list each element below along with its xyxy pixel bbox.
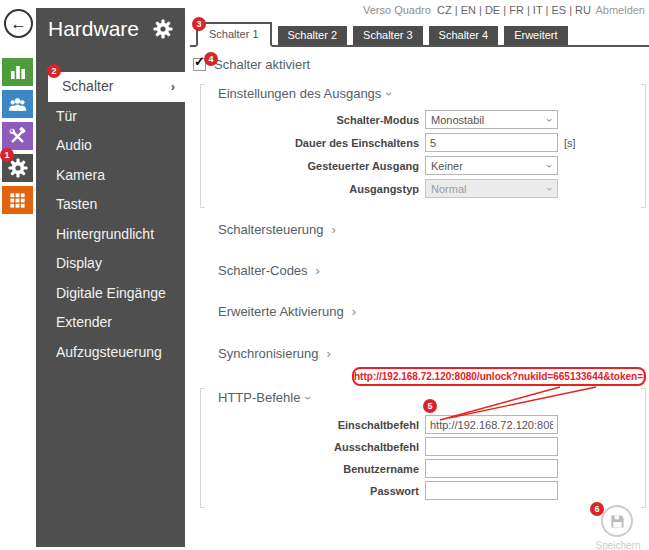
field-label: Passwort [200,485,425,497]
bar-chart-icon [8,62,28,82]
sidebar-item-aufzugsteuerung[interactable]: Aufzugsteuerung [36,338,185,368]
language-link[interactable]: EN [461,4,476,16]
switch-off-command-input[interactable] [425,437,558,456]
section-header-schalter-codes[interactable]: Schalter-Codes› [218,263,320,278]
grid-icon [8,191,27,210]
save-button[interactable] [601,505,633,537]
save-button-label: Speichern [586,540,649,550]
language-links[interactable]: CZ | EN | DE | FR | IT | ES | RU [437,4,591,16]
chevron-down-icon: › [382,92,396,96]
tab-erweitert[interactable]: Erweitert [504,26,567,45]
annotation-badge-4: 4 [204,52,218,66]
sidebar-item-tuer[interactable]: Tür [36,102,185,132]
callout-arrow [430,384,600,424]
tab-schalter-2[interactable]: Schalter 2 [278,26,348,45]
output-type-select: Normal › [425,179,558,198]
chevron-right-icon: › [171,72,175,102]
page-title: Hardware [48,17,153,41]
unit-suffix: [s] [564,137,576,149]
annotation-badge-5: 5 [423,399,437,413]
field-row: Dauer des Einschaltens [s] [200,133,646,152]
sidebar-item-extender[interactable]: Extender [36,308,185,338]
tab-schalter-3[interactable]: Schalter 3 [353,26,423,45]
sidebar-item-schalter[interactable]: Schalter › [48,72,185,102]
chevron-right-icon: › [352,304,356,319]
field-row: Ausgangstyp Normal › [200,179,646,198]
sidebar-item-audio[interactable]: Audio [36,131,185,161]
field-row: Ausschaltbefehl [200,437,646,456]
field-row: Benutzername [200,459,646,478]
nav-tile-statistics[interactable] [2,58,33,86]
field-label: Schalter-Modus [200,114,425,126]
annotation-badge-6: 6 [590,502,604,516]
chevron-down-icon: › [544,187,556,191]
chevron-right-icon: › [316,263,320,278]
field-label: Ausgangstyp [200,183,425,195]
switch-enabled-label: Schalter aktiviert [214,57,310,72]
users-icon [7,94,28,115]
section-header-synchronisierung[interactable]: Synchronisierung› [218,346,331,361]
back-button[interactable]: ← [4,9,33,38]
field-label: Benutzername [200,463,425,475]
save-floppy-icon [610,514,625,529]
field-label: Dauer des Einschaltens [200,137,425,149]
screen: Verso Quadro CZ | EN | DE | FR | IT | ES… [0,0,649,550]
chevron-right-icon: › [332,222,336,237]
language-link[interactable]: RU [575,4,591,16]
sidebar-item-digitale-eingaenge[interactable]: Digitale Eingänge [36,279,185,309]
settings-gear-icon [153,19,173,39]
chevron-down-icon: › [301,396,315,400]
section-header-output-settings[interactable]: Einstellungen des Ausgangs› [218,86,391,101]
field-row: Passwort [200,481,646,500]
section-header-schaltersteuerung[interactable]: Schaltersteuerung› [218,222,336,237]
language-link[interactable]: DE [485,4,500,16]
switch-duration-input[interactable] [425,133,558,152]
field-row: Schalter-Modus Monostabil › [200,110,646,129]
username-input[interactable] [425,459,558,478]
sidebar-item-kamera[interactable]: Kamera [36,161,185,191]
nav-tile-directory[interactable] [2,90,33,118]
language-link[interactable]: IT [533,4,543,16]
field-label: Ausschaltbefehl [200,441,425,453]
logout-link[interactable]: Abmelden [595,4,645,16]
field-label: Einschaltbefehl [200,419,425,431]
nav-tile-system[interactable] [2,186,33,214]
language-link[interactable]: FR [509,4,524,16]
field-label: Gesteuerter Ausgang [200,160,425,172]
annotation-badge-1: 1 [0,148,14,162]
sidebar-menu: Schalter › Tür Audio Kamera Tasten Hinte… [36,72,185,367]
tab-schalter-1[interactable]: Schalter 1 [196,22,272,47]
chevron-right-icon: › [326,346,330,361]
switch-mode-select[interactable]: Monostabil › [425,110,558,129]
section-output-settings: Einstellungen des Ausgangs› Schalter-Mod… [200,84,646,208]
language-link[interactable]: CZ [437,4,452,16]
section-header-erweiterte-aktivierung[interactable]: Erweiterte Aktivierung› [218,304,356,319]
password-input[interactable] [425,481,558,500]
annotation-badge-2: 2 [47,64,61,78]
sidebar-item-tasten[interactable]: Tasten [36,190,185,220]
tools-icon [7,126,28,147]
sidebar-item-hintergrundlicht[interactable]: Hintergrundlicht [36,220,185,250]
language-link[interactable]: ES [551,4,566,16]
device-name: Verso Quadro [363,4,431,16]
field-row: Gesteuerter Ausgang Keiner › [200,156,646,175]
back-arrow-icon: ← [11,16,27,32]
sidebar: Hardware Schalter › Tür Audio Kamera Tas [36,8,185,547]
controlled-output-select[interactable]: Keiner › [425,156,558,175]
annotation-badge-3: 3 [192,17,206,31]
annotation-callout: http://192.168.72.120:8080/unlock?nukiId… [352,367,646,386]
nav-tile-services[interactable] [2,122,33,150]
chevron-down-icon: › [544,118,556,122]
section-header-http-commands[interactable]: HTTP-Befehle› [218,390,310,405]
chevron-down-icon: › [544,164,556,168]
sidebar-item-display[interactable]: Display [36,249,185,279]
tab-schalter-4[interactable]: Schalter 4 [429,26,499,45]
tab-bar: Schalter 1 Schalter 2 Schalter 3 Schalte… [190,22,649,47]
